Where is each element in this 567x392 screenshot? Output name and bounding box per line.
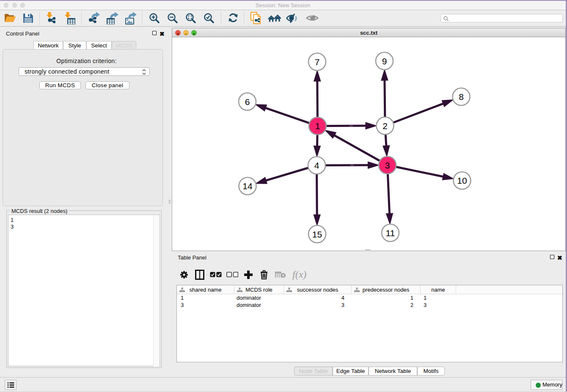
- svg-text:9: 9: [382, 56, 387, 66]
- svg-text:15: 15: [312, 229, 322, 239]
- svg-text:6: 6: [245, 97, 250, 107]
- svg-text:4: 4: [314, 160, 319, 170]
- svg-text:10: 10: [457, 176, 467, 185]
- svg-text:8: 8: [459, 92, 464, 102]
- svg-text:1: 1: [315, 121, 320, 131]
- svg-text:7: 7: [315, 57, 320, 67]
- svg-text:14: 14: [242, 181, 253, 191]
- svg-text:3: 3: [385, 160, 390, 170]
- svg-text:11: 11: [386, 228, 395, 238]
- svg-text:2: 2: [383, 121, 388, 131]
